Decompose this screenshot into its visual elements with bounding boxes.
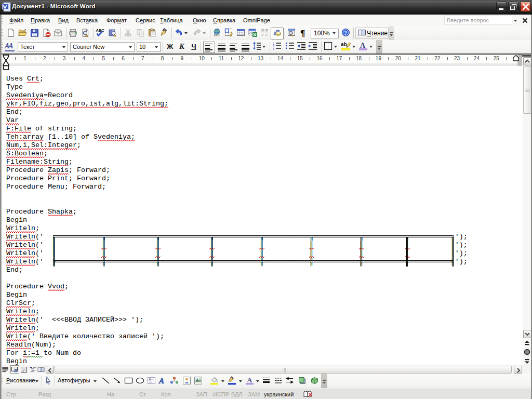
svg-text:?: ? — [344, 30, 348, 36]
svg-text:ab: ab — [341, 42, 347, 47]
svg-text:A: A — [247, 376, 252, 384]
svg-text:ABC: ABC — [96, 28, 105, 33]
svg-text:3: 3 — [273, 47, 274, 50]
svg-text:A: A — [149, 378, 151, 381]
svg-text:A: A — [158, 377, 164, 385]
svg-text:A: A — [360, 42, 366, 49]
